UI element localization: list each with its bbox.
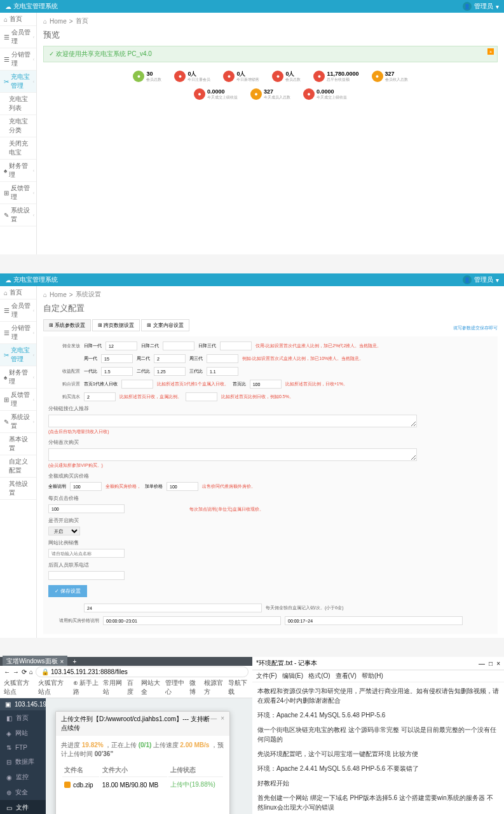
sidebar-item[interactable]: ☰分销管理‹ <box>0 322 36 344</box>
income-ratio1-input[interactable] <box>101 367 133 376</box>
sidebar-item[interactable]: 充电宝分类 <box>0 115 36 137</box>
forward-icon[interactable]: → <box>13 668 19 675</box>
bt-menu-item[interactable]: ⊟数据库 <box>0 754 46 769</box>
bt-menu-item[interactable]: ◉监控 <box>0 769 46 785</box>
commission-week2-input[interactable] <box>154 354 186 363</box>
sidebar-item[interactable]: 其他设置 <box>0 478 36 500</box>
new-tab-button[interactable]: + <box>70 658 79 665</box>
footer-input1[interactable] <box>84 604 262 612</box>
maximize-icon[interactable]: □ <box>489 660 493 667</box>
stat-icon: ● <box>313 71 325 82</box>
avatar-icon: 👤 <box>463 2 472 11</box>
bookmark-item[interactable]: 根源官方 <box>204 679 224 696</box>
sidebar-item[interactable]: ♠财务管理‹ <box>0 366 36 389</box>
add-price-input[interactable] <box>167 482 198 491</box>
commission-day3-input[interactable] <box>220 341 252 350</box>
notepad-menu-item[interactable]: 查看(V) <box>336 672 357 680</box>
bookmark-item[interactable]: 管理中心 <box>165 679 186 696</box>
sidebar-item[interactable]: ✎系统设置‹ <box>0 204 36 226</box>
sidebar-item[interactable]: ☰会员管理‹ <box>0 26 36 48</box>
sidebar-item[interactable]: ⌂首页 <box>0 13 36 26</box>
close-icon[interactable]: × <box>60 658 64 665</box>
bt-menu-item[interactable]: ◈网站 <box>0 726 46 741</box>
minimize-icon[interactable]: — <box>210 715 217 733</box>
menu-icon: ♠ <box>4 374 7 381</box>
config-tab[interactable]: ⊞ 文案内容设置 <box>141 319 189 331</box>
bookmark-item[interactable]: 百度 <box>127 679 137 696</box>
platform-income-input[interactable] <box>121 380 153 389</box>
address-bar[interactable]: 🔒 103.145.191.231:8888/files <box>36 666 249 677</box>
sidebar-item[interactable]: ✎系统设置› <box>0 411 36 433</box>
breadcrumb-home[interactable]: Home <box>50 18 67 25</box>
commission-day2-input[interactable] <box>163 341 194 350</box>
platform-ratio-input[interactable] <box>250 380 282 389</box>
sidebar-item[interactable]: 自定义配置 <box>0 455 36 478</box>
panel-config: ☁ 充电宝管理系统 👤 管理员 ▾ ⌂首页☰会员管理‹☰分销管理‹✂充电宝管理‹… <box>0 273 504 638</box>
sidebar-item[interactable]: ⌂首页 <box>0 286 36 300</box>
notepad-menu-item[interactable]: 文件(F) <box>256 672 277 680</box>
full-price-input[interactable] <box>70 482 102 491</box>
config-tab[interactable]: ⊞ 跨页数据设置 <box>92 319 140 331</box>
minimize-icon[interactable]: — <box>479 660 485 667</box>
first-purchase-textarea[interactable] <box>48 448 417 461</box>
browser-toolbar: ← → ⟳ ⌂ 🔒 103.145.191.231:8888/files <box>0 666 252 677</box>
bookmark-item[interactable]: 微博 <box>189 679 200 696</box>
sidebar: ⌂首页☰会员管理‹☰分销管理‹✂充电宝管理‹充电宝列表充电宝分类关闭充电宝♠财务… <box>0 13 37 254</box>
chevron-icon: ‹ <box>33 169 34 173</box>
sidebar-item[interactable]: 关闭充电宝 <box>0 137 36 160</box>
notepad-content[interactable]: 本教程和资源仅供学习和研究使用，严禁进行商业用途。如有侵权请告知删除视频，请在观… <box>252 682 504 814</box>
home-icon[interactable]: ⌂ <box>43 18 47 25</box>
sidebar-item[interactable]: ♠财务管理‹ <box>0 160 36 182</box>
bookmark-item[interactable]: 火狐官方站点 <box>4 679 34 696</box>
close-icon[interactable]: × <box>496 660 500 667</box>
income-ratio3-input[interactable] <box>207 367 238 376</box>
bt-menu-item[interactable]: ⇅FTP <box>0 741 46 754</box>
commission-week3-input[interactable] <box>207 354 238 363</box>
notepad-menu-item[interactable]: 格式(O) <box>308 672 330 680</box>
sidebar-item[interactable]: 充电宝列表 <box>0 93 36 115</box>
bt-menu-item[interactable]: ◧首页 <box>0 710 46 726</box>
bt-menu-item[interactable]: ⊕安全 <box>0 785 46 800</box>
referral-textarea[interactable] <box>48 415 417 427</box>
back-icon[interactable]: ← <box>4 668 10 675</box>
purchase-flow2-input[interactable] <box>186 392 217 401</box>
bt-menu-item[interactable]: ▭文件 <box>0 800 46 814</box>
close-icon[interactable]: × <box>221 715 224 733</box>
panel-fileupload: 宝塔Windows面板 × + ← → ⟳ ⌂ 🔒 103.145.191.23… <box>0 657 504 814</box>
commission-week1-input[interactable] <box>101 354 133 363</box>
sidebar-item[interactable]: ⊞反馈管理‹ <box>0 182 36 204</box>
time-range2-input[interactable] <box>285 616 463 625</box>
home-icon[interactable]: ⌂ <box>43 291 47 298</box>
user-menu[interactable]: 👤 管理员 ▾ <box>463 2 499 11</box>
notepad-menu-item[interactable]: 帮助(H) <box>362 672 383 680</box>
save-button[interactable]: ✓ 保存设置 <box>48 585 87 597</box>
sidebar-item[interactable]: ⊞反馈管理‹ <box>0 389 36 411</box>
click-price-input[interactable] <box>48 504 125 513</box>
site-name-input[interactable] <box>48 549 125 558</box>
contact-phone-input[interactable] <box>48 571 125 580</box>
sidebar-item[interactable]: ✂充电宝管理‹ <box>0 71 36 93</box>
sidebar-item[interactable]: ✂充电宝管理‹ <box>0 344 36 366</box>
purchase-flow1-input[interactable] <box>84 392 116 401</box>
commission-day1-input[interactable] <box>106 341 137 350</box>
time-range1-input[interactable] <box>103 616 281 625</box>
user-name: 管理员 <box>474 2 493 11</box>
bookmark-item[interactable]: 火狐官方站点 <box>38 679 69 696</box>
sidebar-item[interactable]: ☰分销管理‹ <box>0 48 36 71</box>
bookmark-item[interactable]: 网站大全 <box>141 679 161 696</box>
enable-purchase-select[interactable]: 开启 <box>48 527 80 535</box>
notepad-menu-item[interactable]: 编辑(E) <box>282 672 303 680</box>
config-tab[interactable]: ⊞ 系统参数设置 <box>43 319 91 331</box>
home-icon[interactable]: ⌂ <box>29 668 33 675</box>
close-icon[interactable]: × <box>487 48 494 55</box>
sidebar-item[interactable]: ☰会员管理‹ <box>0 300 36 322</box>
user-menu[interactable]: 👤 管理员 ▾ <box>463 275 499 284</box>
menu-icon: ◈ <box>6 730 11 737</box>
bookmark-item[interactable]: ⊕ 新手上路 <box>73 679 99 696</box>
reload-icon[interactable]: ⟳ <box>22 668 27 675</box>
menu-icon: ⌂ <box>4 289 8 296</box>
bookmark-item[interactable]: 导航下载 <box>228 679 249 696</box>
sidebar-item[interactable]: 基本设置 <box>0 433 36 455</box>
income-ratio2-input[interactable] <box>154 367 186 376</box>
bookmark-item[interactable]: 常用网站 <box>103 679 123 696</box>
